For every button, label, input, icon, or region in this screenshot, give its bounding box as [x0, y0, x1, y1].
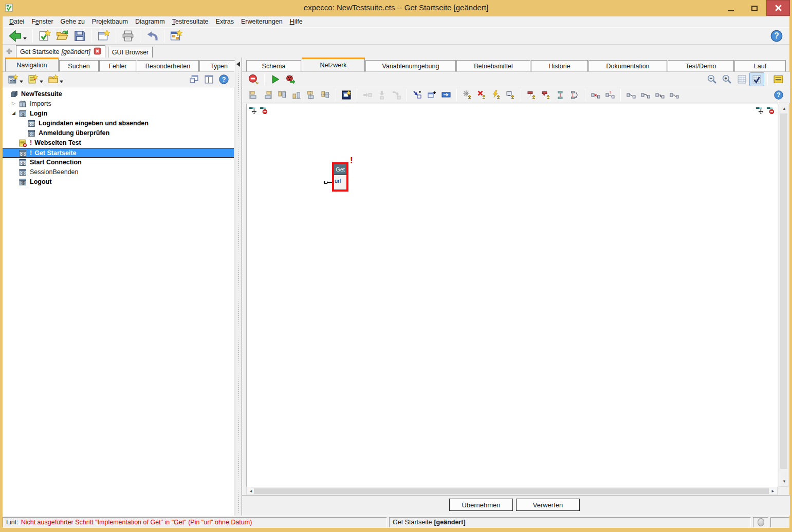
tab-besonderheiten[interactable]: Besonderheiten [137, 60, 199, 71]
add-tab-button[interactable] [3, 45, 16, 58]
tab-navigation[interactable]: Navigation [5, 58, 59, 71]
menu-item-testresultate[interactable]: Testresultate [169, 17, 212, 26]
help-button[interactable]: ? [771, 88, 786, 102]
tab-lauf[interactable]: Lauf [734, 60, 786, 71]
tree-item-anmeldung-überprüfen[interactable]: Anmeldung überprüfen [3, 128, 234, 138]
detach-view-button[interactable] [187, 72, 201, 86]
tree-item-newtestsuite[interactable]: NewTestsuite [3, 89, 234, 99]
new-connection-button[interactable] [410, 88, 425, 102]
align-top-button[interactable] [275, 88, 289, 102]
new-window-button[interactable] [95, 28, 113, 44]
menu-item-projektbaum[interactable]: Projektbaum [88, 17, 132, 26]
tab-historie[interactable]: Historie [531, 60, 588, 71]
distribute-button[interactable] [553, 88, 567, 102]
line-style-bezier-button[interactable] [638, 88, 653, 102]
tree-item-login[interactable]: ◢Login [3, 109, 234, 119]
new-pin-button[interactable] [425, 88, 439, 102]
tree-item-imports[interactable]: ▷Imports [3, 99, 234, 109]
align-left-button[interactable] [246, 88, 261, 102]
zoom-in-button[interactable] [720, 72, 734, 86]
titlebar[interactable]: expecco: NewTestsuite.ets -- Get Startse… [0, 0, 792, 16]
step-node-get[interactable]: Get url [332, 162, 348, 192]
minimize-button[interactable] [719, 0, 743, 16]
browser-button[interactable] [168, 28, 185, 44]
horizontal-scrollbar[interactable]: ◄ ► [246, 487, 778, 495]
apply-button[interactable]: Übernehmen [449, 499, 513, 511]
scroll-left-icon[interactable]: ◄ [249, 489, 253, 493]
resize-grip-section[interactable] [770, 517, 789, 527]
tab-schema[interactable]: Schema [246, 60, 301, 71]
pin-delete-button[interactable] [474, 88, 489, 102]
line-style-ortho-button[interactable] [653, 88, 667, 102]
embed-step-button[interactable] [439, 88, 453, 102]
maximize-button[interactable] [743, 0, 766, 16]
new-step-button[interactable] [339, 88, 354, 102]
network-canvas[interactable]: Get url ! [246, 104, 778, 487]
tree-item-logindaten-eingeben-und-absenden[interactable]: Logindaten eingeben und absenden [3, 119, 234, 128]
menu-item-datei[interactable]: Datei [6, 17, 28, 26]
tab-test-demo[interactable]: Test/Demo [668, 60, 734, 71]
horizontal-scroll-thumb[interactable] [254, 488, 769, 494]
resize-button[interactable] [567, 88, 582, 102]
document-tab-get-startseite[interactable]: Get Startseite[geändert] [16, 45, 105, 58]
expand-arrow-icon[interactable]: ▷ [12, 101, 15, 106]
menu-item-fenster[interactable]: Fenster [28, 17, 57, 26]
log-button[interactable] [771, 72, 786, 86]
help-button[interactable]: ? [768, 28, 785, 44]
center-horizontal-button[interactable] [304, 88, 318, 102]
menu-item-diagramm[interactable]: Diagramm [132, 17, 169, 26]
menu-item-extras[interactable]: Extras [212, 17, 237, 26]
align-bottom-button[interactable] [289, 88, 304, 102]
line-style-rounded-button[interactable] [667, 88, 682, 102]
remove-top-pin-button[interactable] [539, 88, 553, 102]
pin-default-button[interactable] [489, 88, 503, 102]
vertical-scroll-thumb[interactable] [780, 113, 787, 469]
new-block-button[interactable] [26, 72, 46, 86]
discard-button[interactable]: Verwerfen [516, 499, 580, 511]
center-vertical-button[interactable] [318, 88, 333, 102]
tab-betriebsmittel[interactable]: Betriebsmittel [456, 60, 530, 71]
split-view-button[interactable] [201, 72, 216, 86]
tab-dokumentation[interactable]: Dokumentation [588, 60, 667, 71]
abort-button[interactable] [246, 72, 261, 86]
new-item-button[interactable] [36, 28, 53, 44]
menu-item-gehe-zu[interactable]: Gehe zu [57, 17, 88, 26]
change-connection-button[interactable]: ? [603, 88, 617, 102]
run-button[interactable] [268, 72, 283, 86]
scroll-up-icon[interactable]: ▲ [782, 107, 786, 111]
tab-variablenumgebung[interactable]: Variablenumgebung [365, 60, 456, 71]
scroll-right-icon[interactable]: ► [771, 489, 775, 493]
pane-splitter[interactable] [235, 58, 242, 516]
back-button[interactable] [7, 28, 29, 44]
tab-fehler[interactable]: Fehler [99, 60, 136, 71]
tree-item-sessionbeenden[interactable]: SessionBeenden [3, 167, 234, 177]
tree-item-start-connection[interactable]: Start Connection [3, 158, 234, 167]
vertical-scrollbar[interactable]: ▲ ▼ [779, 104, 788, 487]
tab-suchen[interactable]: Suchen [59, 60, 99, 71]
tab-netzwerk[interactable]: Netzwerk [302, 58, 365, 71]
line-style-straight-button[interactable] [624, 88, 638, 102]
menu-item-hilfe[interactable]: Hilfe [286, 17, 306, 26]
collapse-arrow-icon[interactable]: ◢ [12, 110, 15, 116]
tab-close-button[interactable] [94, 47, 101, 56]
pin-settings-button[interactable] [460, 88, 474, 102]
project-tree[interactable]: NewTestsuite▷Imports◢LoginLogindaten ein… [3, 87, 234, 516]
debug-button[interactable] [283, 72, 298, 86]
new-testcase-button[interactable] [6, 72, 26, 86]
tab-typen[interactable]: Typen [199, 60, 238, 71]
grid-button[interactable] [734, 72, 749, 86]
undo-button[interactable] [143, 28, 161, 44]
snap-grid-button[interactable] [749, 72, 764, 86]
add-top-pin-button[interactable] [524, 88, 539, 102]
delete-connection-button[interactable] [588, 88, 603, 102]
tree-item-webseiten-test[interactable]: !Webseiten Test [3, 138, 234, 148]
pin-watch-button[interactable] [503, 88, 518, 102]
tree-item-logout[interactable]: Logout [3, 177, 234, 187]
new-folder-button[interactable] [46, 72, 66, 86]
align-right-button[interactable] [261, 88, 275, 102]
print-button[interactable] [119, 28, 137, 44]
document-tab-gui-browser[interactable]: GUI Browser [108, 47, 153, 58]
save-button[interactable] [71, 28, 88, 44]
close-button[interactable] [766, 0, 790, 16]
help-button[interactable]: ? [216, 72, 231, 86]
